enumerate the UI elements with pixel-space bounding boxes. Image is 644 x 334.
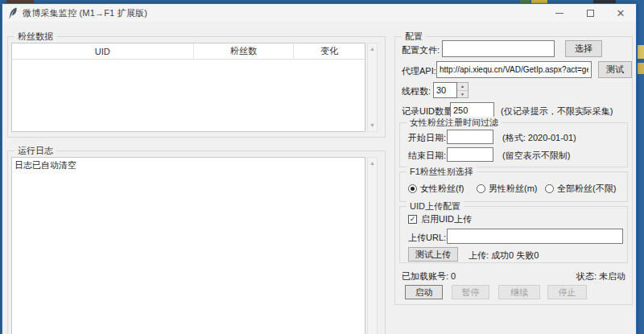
log-scrollbar[interactable]: ▲ [367, 157, 378, 334]
log-textarea[interactable]: 日志已自动清空 [11, 157, 365, 334]
window-title: 微博采集监控 (M1→F1 扩展版) [23, 7, 147, 19]
radio-label: 男性粉丝(m) [489, 183, 538, 195]
log-line: 日志已自动清空 [14, 159, 76, 171]
scroll-up-icon[interactable]: ▲ [369, 43, 375, 55]
radio-female-fans[interactable]: 女性粉丝(f) [408, 183, 464, 195]
upload-url-label: 上传URL: [408, 232, 446, 244]
record-uid-input[interactable] [450, 102, 494, 118]
gender-group-title: F1粉丝性别选择 [407, 166, 477, 177]
proxy-api-label: 代理API: [402, 65, 436, 77]
proxy-api-input[interactable] [436, 61, 592, 78]
config-group: 配置 配置文件: 选择 代理API: 测试 线程数: ▲ ▼ 记录UID数量: [394, 36, 633, 305]
time-filter-group: 女性粉丝注册时间过滤 开始日期: (格式: 2020-01-01) 结束日期: … [399, 122, 628, 167]
radio-all-fans[interactable]: 全部粉丝(不限) [545, 183, 616, 195]
app-window: 微博采集监控 (M1→F1 扩展版) ✕ 粉丝数据 UID 粉丝数 变化 [2, 3, 637, 334]
pause-button[interactable]: 暂停 [452, 285, 489, 299]
upload-status: 上传: 成功0 失败0 [469, 249, 539, 262]
radio-label: 全部粉丝(不限) [557, 183, 616, 195]
fans-table-header: UID 粉丝数 变化 [12, 43, 365, 60]
start-button[interactable]: 启动 [405, 285, 443, 299]
scroll-up-icon[interactable]: ▲ [369, 158, 375, 169]
record-uid-hint: (仅记录提示，不限实际采集) [501, 105, 613, 118]
uid-upload-group: UID上传配置 ✓ 启用UID上传 上传URL: 测试上传 上传: 成功0 失败… [399, 206, 628, 263]
checkbox-check-icon: ✓ [408, 215, 417, 224]
radio-label: 女性粉丝(f) [420, 183, 464, 195]
scroll-down-icon[interactable]: ▼ [369, 120, 375, 131]
client-area: 粉丝数据 UID 粉丝数 变化 ▲ ▼ 运行日志 日 [2, 22, 636, 334]
radio-dot-icon [408, 184, 417, 193]
column-header-fans[interactable]: 粉丝数 [194, 43, 295, 59]
radio-male-fans[interactable]: 男性粉丝(m) [477, 183, 538, 195]
threads-label: 线程数: [402, 85, 431, 97]
minimize-button[interactable] [544, 4, 575, 22]
uid-upload-group-title: UID上传配置 [407, 200, 464, 212]
run-log-group-title: 运行日志 [14, 145, 56, 156]
end-date-input[interactable] [447, 147, 493, 162]
fans-table-scrollbar[interactable]: ▲ ▼ [367, 43, 378, 132]
spin-down-icon[interactable]: ▼ [457, 91, 468, 98]
start-date-label: 开始日期: [408, 132, 446, 144]
close-button[interactable]: ✕ [605, 4, 636, 22]
fans-table[interactable]: UID 粉丝数 变化 [11, 43, 365, 132]
feather-app-icon [8, 7, 18, 19]
desktop-icon-fragment [638, 45, 644, 59]
desktop-icon-fragment [638, 63, 644, 74]
start-date-input[interactable] [447, 130, 493, 144]
config-file-input[interactable] [442, 40, 555, 57]
fans-data-group-title: 粉丝数据 [14, 31, 56, 42]
test-proxy-button[interactable]: 测试 [598, 61, 632, 78]
loaded-accounts-label: 已加载账号: 0 [402, 270, 456, 282]
upload-url-input[interactable] [447, 229, 623, 244]
spin-up-icon[interactable]: ▲ [457, 83, 468, 91]
threads-spinbox[interactable] [433, 82, 457, 98]
fans-data-group: 粉丝数据 UID 粉丝数 变化 ▲ ▼ [7, 36, 386, 138]
run-log-group: 运行日志 日志已自动清空 ▲ [7, 151, 386, 334]
record-uid-label: 记录UID数量: [402, 105, 455, 118]
desktop: 微博采集监控 (M1→F1 扩展版) ✕ 粉丝数据 UID 粉丝数 变化 [0, 0, 644, 334]
enable-upload-checkbox[interactable]: ✓ 启用UID上传 [408, 213, 472, 225]
maximize-button[interactable] [575, 4, 605, 22]
threads-spinner-arrows[interactable]: ▲ ▼ [457, 82, 469, 98]
config-group-title: 配置 [402, 31, 426, 42]
start-date-hint: (格式: 2020-01-01) [502, 132, 576, 144]
gender-group: F1粉丝性别选择 女性粉丝(f) 男性粉丝(m) 全部粉丝(不限) [399, 171, 628, 202]
title-bar[interactable]: 微博采集监控 (M1→F1 扩展版) ✕ [2, 4, 636, 22]
radio-dot-icon [477, 184, 485, 193]
run-status-label: 状态: 未启动 [576, 270, 625, 282]
column-header-change[interactable]: 变化 [294, 43, 365, 59]
config-file-label: 配置文件: [402, 44, 440, 56]
test-upload-button[interactable]: 测试上传 [408, 247, 458, 262]
select-file-button[interactable]: 选择 [565, 40, 602, 57]
end-date-label: 结束日期: [408, 150, 446, 162]
end-date-hint: (留空表示不限制) [502, 150, 570, 162]
stop-button[interactable]: 停止 [547, 285, 587, 299]
radio-dot-icon [545, 184, 554, 193]
column-header-uid[interactable]: UID [12, 43, 194, 59]
time-filter-title: 女性粉丝注册时间过滤 [407, 117, 502, 128]
checkbox-label: 启用UID上传 [421, 213, 472, 225]
window-controls: ✕ [544, 4, 636, 22]
resume-button[interactable]: 继续 [498, 285, 540, 299]
